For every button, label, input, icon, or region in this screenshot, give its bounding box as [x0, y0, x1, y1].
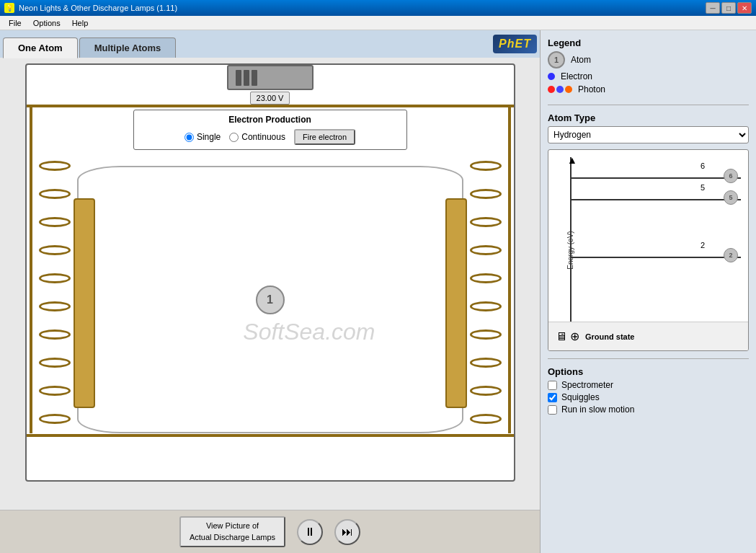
radio-continuous-input[interactable]	[229, 133, 239, 142]
coil-ring	[39, 329, 71, 340]
coil-ring	[470, 386, 502, 396]
menu-bar: File Options Help	[0, 16, 756, 30]
menu-options[interactable]: Options	[27, 17, 66, 29]
coil-ring	[39, 245, 71, 255]
coil-ring	[470, 161, 502, 171]
legend-title: Legend	[548, 37, 749, 48]
phet-logo: PhET	[493, 35, 537, 53]
coil-ring	[470, 217, 502, 227]
divider-1	[548, 105, 749, 105]
level-2-atom: 2	[724, 248, 738, 262]
legend-atom-label: Atom	[571, 55, 591, 65]
coil-right	[468, 151, 504, 433]
legend-photon-item: Photon	[548, 84, 749, 94]
battery-area: 23.00 V	[227, 65, 313, 105]
coil-ring	[39, 189, 71, 199]
pause-button[interactable]: ⏸	[297, 519, 323, 545]
wire-bottom-right	[270, 434, 514, 437]
legend-photon-label: Photon	[578, 84, 605, 94]
coil-ring	[470, 301, 502, 311]
coil-ring	[470, 273, 502, 283]
legend-photon-icons	[548, 86, 572, 93]
battery-stripe-3	[252, 70, 257, 86]
menu-help[interactable]: Help	[66, 17, 94, 29]
ground-icon-2: ⊕	[570, 329, 579, 343]
level-2-label: 2	[701, 241, 705, 249]
options-title: Options	[548, 366, 749, 377]
coil-ring	[470, 245, 502, 255]
energy-axis-arrow: ▲	[567, 154, 577, 166]
watermark: SoftSea.com	[243, 319, 375, 345]
atom-type-select[interactable]: Hydrogen Helium Mercury Neon Sodium	[548, 126, 749, 143]
electrode-left	[74, 198, 95, 408]
coil-ring	[470, 189, 502, 199]
legend-atom-icon: 1	[548, 51, 565, 68]
tab-one-atom[interactable]: One Atom	[3, 37, 78, 58]
energy-level-6: 6 6	[570, 177, 741, 179]
maximize-button[interactable]: □	[721, 2, 736, 14]
battery	[227, 65, 313, 90]
wire-top-right	[270, 105, 514, 107]
radio-continuous: Continuous	[229, 132, 285, 142]
option-slow-motion: Run in slow motion	[548, 404, 749, 415]
title-bar: 💡 Neon Lights & Other Discharge Lamps (1…	[0, 0, 756, 16]
step-button[interactable]: ⏭	[334, 519, 360, 545]
view-picture-button[interactable]: View Picture of Actual Discharge Lamps	[179, 516, 285, 547]
coil-left-visual	[37, 151, 73, 433]
spectrometer-label: Spectrometer	[561, 380, 613, 390]
simulation-area: 23.00 V Electron Production Single	[0, 58, 540, 510]
electron-controls: Single Continuous Fire electron	[143, 129, 398, 145]
ground-state-icons: 🖥 ⊕	[556, 329, 579, 343]
level-5-label: 5	[701, 183, 705, 192]
coil-ring	[39, 161, 71, 171]
picture-btn-line2: Actual Discharge Lamps	[190, 533, 275, 541]
energy-level-2: 2 2	[570, 257, 741, 258]
radio-single: Single	[184, 132, 221, 142]
coil-ring	[39, 301, 71, 311]
wire-left	[30, 105, 32, 433]
menu-file[interactable]: File	[3, 17, 27, 29]
divider-2	[548, 358, 749, 359]
minimize-button[interactable]: ─	[706, 2, 720, 14]
radio-single-input[interactable]	[184, 133, 194, 142]
coil-ring	[39, 273, 71, 283]
fire-electron-button[interactable]: Fire electron	[294, 129, 355, 145]
photon-red	[548, 86, 555, 93]
photon-orange	[565, 86, 572, 93]
battery-stripe-1	[236, 70, 241, 86]
options-section: Options Spectrometer Squiggles Run in sl…	[548, 366, 749, 417]
level-6-label: 6	[701, 162, 705, 170]
atom-type-section: Atom Type Hydrogen Helium Mercury Neon S…	[548, 112, 749, 143]
wire-bottom-left	[27, 434, 270, 437]
tab-multiple-atoms[interactable]: Multiple Atoms	[79, 37, 177, 58]
left-panel: One Atom Multiple Atoms PhET 23.00 V	[0, 30, 540, 553]
atom: 1	[256, 286, 285, 314]
energy-diagram: Energy (eV) ▲ 6 6 5 5 2 2	[548, 149, 749, 351]
coil-ring	[470, 329, 502, 340]
option-spectrometer: Spectrometer	[548, 380, 749, 390]
level-5-atom: 5	[724, 190, 738, 205]
legend-electron-icon	[548, 73, 555, 80]
app-body: One Atom Multiple Atoms PhET 23.00 V	[0, 30, 756, 553]
squiggles-checkbox[interactable]	[548, 393, 557, 402]
level-6-atom: 6	[724, 169, 738, 183]
radio-single-label: Single	[197, 132, 221, 142]
coil-ring	[39, 358, 71, 368]
level-2-atom-circle: 2	[724, 248, 738, 262]
legend-electron-item: Electron	[548, 71, 749, 81]
window-controls: ─ □ ✕	[706, 2, 752, 14]
slow-motion-checkbox[interactable]	[548, 405, 557, 415]
radio-continuous-label: Continuous	[241, 132, 285, 142]
coil-ring	[39, 386, 71, 396]
coil-ring	[39, 414, 71, 424]
coil-left	[37, 151, 73, 433]
energy-level-5: 5 5	[570, 199, 741, 200]
spectrometer-checkbox[interactable]	[548, 381, 557, 390]
title-bar-text: Neon Lights & Other Discharge Lamps (1.1…	[19, 4, 706, 12]
ground-icon-1: 🖥	[556, 330, 567, 343]
energy-axis	[570, 157, 572, 322]
voltage-display[interactable]: 23.00 V	[250, 92, 290, 105]
bottom-bar: View Picture of Actual Discharge Lamps ⏸…	[0, 510, 540, 553]
close-button[interactable]: ✕	[737, 2, 752, 14]
coil-ring	[39, 217, 71, 227]
